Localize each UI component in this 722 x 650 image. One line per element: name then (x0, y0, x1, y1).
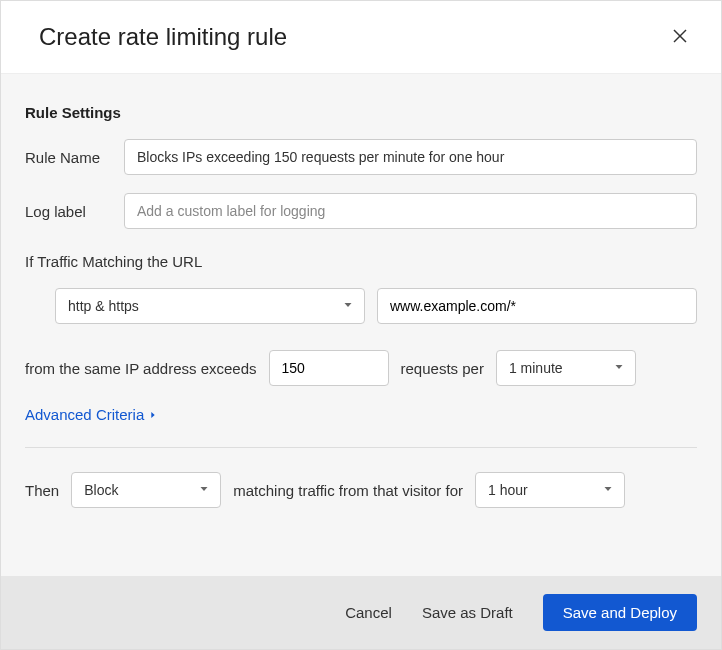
protocol-select[interactable]: http & https (55, 288, 365, 324)
protocol-select-value: http & https (68, 298, 139, 314)
traffic-matching-label: If Traffic Matching the URL (25, 253, 697, 270)
chevron-down-icon (602, 482, 614, 498)
request-count-input[interactable] (269, 350, 389, 386)
save-as-draft-button[interactable]: Save as Draft (422, 604, 513, 621)
close-button[interactable] (666, 23, 694, 51)
advanced-criteria-link[interactable]: Advanced Criteria (25, 406, 158, 423)
chevron-down-icon (198, 482, 210, 498)
exceeds-text: from the same IP address exceeds (25, 360, 257, 377)
dialog-title: Create rate limiting rule (39, 23, 287, 51)
duration-select[interactable]: 1 hour (475, 472, 625, 508)
rule-name-row: Rule Name (25, 139, 697, 175)
save-and-deploy-button[interactable]: Save and Deploy (543, 594, 697, 631)
dialog-body: Rule Settings Rule Name Log label If Tra… (1, 74, 721, 576)
action-select[interactable]: Block (71, 472, 221, 508)
then-row: Then Block matching traffic from that vi… (25, 472, 697, 508)
duration-select-value: 1 hour (488, 482, 528, 498)
divider (25, 447, 697, 448)
rate-limit-dialog: Create rate limiting rule Rule Settings … (0, 0, 722, 650)
requests-per-text: requests per (401, 360, 484, 377)
time-window-select[interactable]: 1 minute (496, 350, 636, 386)
url-pattern-input[interactable] (377, 288, 697, 324)
log-label-row: Log label (25, 193, 697, 229)
dialog-header: Create rate limiting rule (1, 1, 721, 74)
url-row: http & https (25, 288, 697, 324)
advanced-criteria-row: Advanced Criteria (25, 404, 697, 423)
caret-right-icon (148, 406, 158, 423)
then-label: Then (25, 482, 59, 499)
cancel-button[interactable]: Cancel (345, 604, 392, 621)
dialog-footer: Cancel Save as Draft Save and Deploy (1, 576, 721, 649)
time-window-value: 1 minute (509, 360, 563, 376)
action-select-value: Block (84, 482, 118, 498)
log-label-input[interactable] (124, 193, 697, 229)
chevron-down-icon (342, 298, 354, 314)
log-label-label: Log label (25, 203, 110, 220)
chevron-down-icon (613, 360, 625, 376)
threshold-row: from the same IP address exceeds request… (25, 350, 697, 386)
rule-name-input[interactable] (124, 139, 697, 175)
rule-name-label: Rule Name (25, 149, 110, 166)
close-icon (671, 27, 689, 48)
matching-traffic-text: matching traffic from that visitor for (233, 482, 463, 499)
section-title: Rule Settings (25, 104, 697, 121)
advanced-criteria-label: Advanced Criteria (25, 406, 144, 423)
